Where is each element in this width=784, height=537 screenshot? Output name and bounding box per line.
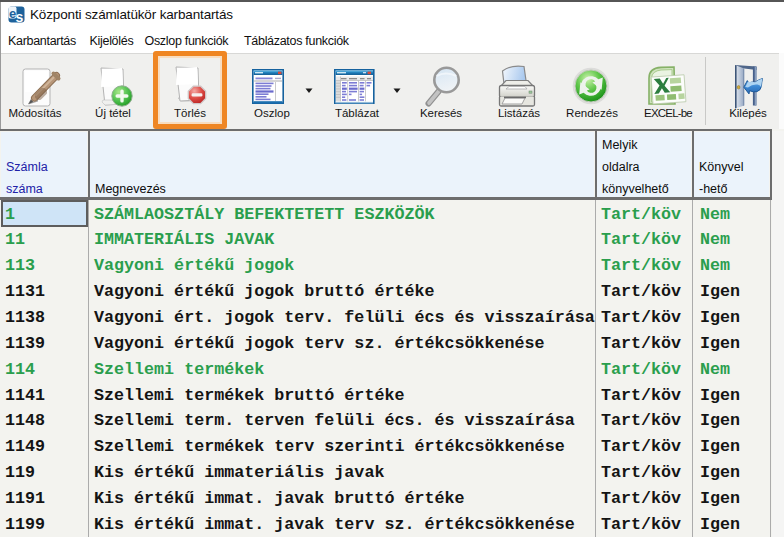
svg-text:s: s [16, 9, 24, 24]
